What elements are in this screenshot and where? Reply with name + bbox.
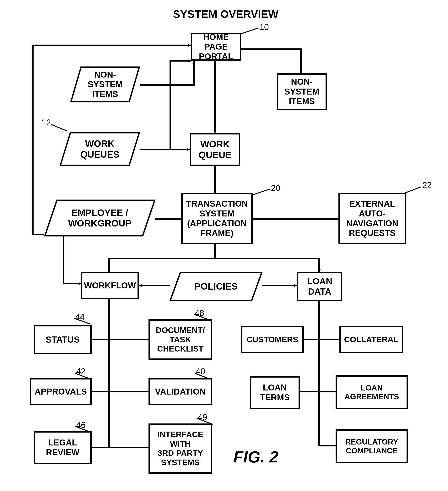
ref-22: 22 bbox=[422, 180, 432, 190]
pgram-policies: POLICIES bbox=[170, 272, 262, 301]
box-loan-terms: LOAN TERMS bbox=[250, 376, 300, 409]
box-regulatory-compliance: REGULATORY COMPLIANCE bbox=[336, 429, 408, 463]
label: NON- SYSTEM ITEMS bbox=[88, 70, 123, 99]
box-transaction-system: TRANSACTION SYSTEM (APPLICATION FRAME) bbox=[181, 193, 253, 244]
label: WORK QUEUES bbox=[80, 138, 119, 160]
connectors bbox=[0, 0, 448, 491]
box-loan-data: LOAN DATA bbox=[297, 272, 342, 301]
box-customers: CUSTOMERS bbox=[241, 326, 304, 353]
box-interface-3rd-party: INTERFACE WITH 3RD PARTY SYSTEMS bbox=[149, 424, 212, 474]
ref-20: 20 bbox=[271, 183, 280, 193]
box-status: STATUS bbox=[34, 325, 92, 354]
box-loan-agreements: LOAN AGREEMENTS bbox=[336, 375, 408, 409]
box-external-auto-nav: EXTERNAL AUTO- NAVIGATION REQUESTS bbox=[338, 193, 406, 244]
ref-49: 49 bbox=[198, 413, 207, 422]
label: EMPLOYEE / WORKGROUP bbox=[68, 208, 131, 229]
ref-42: 42 bbox=[76, 367, 86, 376]
pgram-non-system-items-left: NON- SYSTEM ITEMS bbox=[70, 66, 140, 102]
diagram-title: SYSTEM OVERVIEW bbox=[147, 8, 305, 20]
box-work-queue: WORK QUEUE bbox=[190, 133, 240, 166]
pgram-employee-workgroup: EMPLOYEE / WORKGROUP bbox=[44, 200, 155, 236]
pgram-work-queues: WORK QUEUES bbox=[60, 132, 140, 166]
ref-10: 10 bbox=[259, 22, 269, 32]
box-validation: VALIDATION bbox=[149, 378, 212, 405]
box-approvals: APPROVALS bbox=[30, 378, 92, 405]
box-workflow: WORKFLOW bbox=[81, 272, 139, 299]
ref-44: 44 bbox=[75, 312, 85, 322]
ref-12: 12 bbox=[41, 118, 51, 127]
box-document-task-checklist: DOCUMENT/ TASK CHECKLIST bbox=[149, 319, 212, 360]
figure-label: FIG. 2 bbox=[233, 448, 278, 466]
box-home-page-portal: HOME PAGE PORTAL bbox=[191, 33, 241, 61]
ref-48: 48 bbox=[195, 308, 204, 318]
box-non-system-items-right: NON- SYSTEM ITEMS bbox=[277, 73, 327, 110]
label: POLICIES bbox=[194, 281, 238, 292]
ref-46: 46 bbox=[76, 420, 86, 430]
box-collateral: COLLATERAL bbox=[339, 326, 403, 353]
diagram-stage: SYSTEM OVERVIEW HOME PAGE PORTAL NON- SY… bbox=[0, 0, 448, 491]
box-legal-review: LEGAL REVIEW bbox=[34, 431, 92, 464]
ref-40: 40 bbox=[196, 367, 205, 376]
